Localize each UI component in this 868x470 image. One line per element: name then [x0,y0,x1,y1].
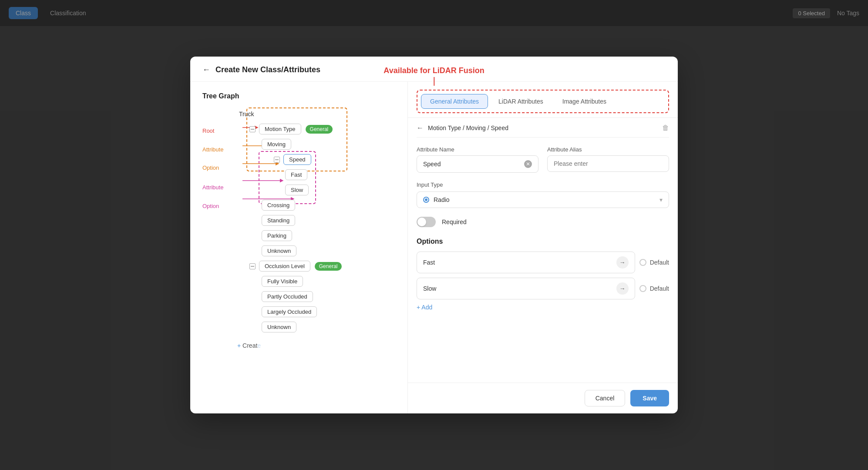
tree-node-crossing[interactable]: Crossing [262,200,395,211]
parking-label[interactable]: Parking [262,230,292,241]
option-row-fast: Fast → Default [417,252,669,273]
input-type-section: Input Type Radio ▾ [417,181,669,208]
tree-node-parking[interactable]: Parking [262,230,395,241]
partly-occluded-label[interactable]: Partly Occluded [262,291,313,302]
slow-label[interactable]: Slow [285,185,309,195]
slow-default-label: Default [650,285,669,292]
unknown2-label[interactable]: Unknown [262,322,296,332]
truck-label[interactable]: Truck [237,109,256,119]
form-area: Attribute Name ✕ Attribute Alias [408,138,678,383]
add-option-button[interactable]: + Add [417,304,669,311]
modal-footer: Cancel Save [408,383,678,413]
cancel-button[interactable]: Cancel [585,390,626,406]
clear-name-button[interactable]: ✕ [524,160,532,168]
radio-icon [423,197,429,203]
create-button[interactable]: + Create [237,339,395,352]
lidar-indicator [434,77,434,86]
modal-header: ← Create New Class/Attributes Available … [190,57,678,82]
option-fast-input[interactable]: Fast → [417,252,635,273]
slow-default-radio[interactable] [639,285,646,292]
tree-node-fully-visible[interactable]: Fully Visible [262,276,395,287]
left-panel: Tree Graph Root Attribute Option Attribu… [190,82,408,413]
fast-label[interactable]: Fast [285,169,307,180]
attribute-name-field: Attribute Name ✕ [417,146,538,173]
motion-type-badge: General [306,125,333,134]
tree-node-fast[interactable]: Fast [285,169,395,180]
option-slow-arrow[interactable]: → [616,282,629,295]
tree-container: Truck Motion Type General Moving [202,109,395,352]
modal-overlay: ← Create New Class/Attributes Available … [0,0,868,470]
tree-node-largely-occluded[interactable]: Largely Occluded [262,306,395,317]
attribute-name-input-wrapper[interactable]: ✕ [417,155,538,173]
option-slow-default[interactable]: Default [639,285,669,292]
required-label: Required [442,218,467,225]
tree-node-standing[interactable]: Standing [262,215,395,226]
attribute-alias-input-wrapper[interactable] [547,155,669,172]
occlusion-badge: General [315,262,342,271]
options-section: Options Fast → Default [417,238,669,311]
tree-node-motion-type[interactable]: Motion Type General [249,124,395,134]
attribute-name-label: Attribute Name [417,146,538,153]
input-type-value: Radio [434,196,450,203]
option-row-slow: Slow → Default [417,278,669,299]
tree-node-partly-occluded[interactable]: Partly Occluded [262,291,395,302]
occlusion-level-label[interactable]: Occlusion Level [259,261,310,272]
attribute-alias-label: Attribute Alias [547,146,669,153]
save-button[interactable]: Save [630,390,669,406]
breadcrumb-text: Motion Type / Moving / Speed [428,124,662,131]
speed-checkbox[interactable] [274,157,280,163]
breadcrumb-row: ← Motion Type / Moving / Speed 🗑 [408,118,678,132]
trash-icon[interactable]: 🗑 [662,124,669,132]
tab-image-attributes[interactable]: Image Attributes [554,94,615,109]
tree-node-unknown2[interactable]: Unknown [262,322,395,332]
option-fast-arrow[interactable]: → [616,256,629,269]
tree-graph-title: Tree Graph [202,92,395,100]
motion-type-checkbox[interactable] [249,126,256,132]
input-type-label: Input Type [417,181,669,188]
option-fast-default[interactable]: Default [639,259,669,266]
attribute-name-input[interactable] [423,161,524,168]
tab-general-attributes[interactable]: General Attributes [421,94,488,109]
tree-node-speed[interactable]: Speed [274,154,395,165]
attribute-alias-field: Attribute Alias [547,146,669,173]
fast-default-label: Default [650,259,669,266]
standing-label[interactable]: Standing [262,215,295,226]
back-button[interactable]: ← [202,65,210,74]
tree-node-truck[interactable]: Truck [237,109,395,119]
fully-visible-label[interactable]: Fully Visible [262,276,303,287]
chevron-down-icon: ▾ [659,196,663,203]
motion-type-label[interactable]: Motion Type [259,124,301,134]
largely-occluded-label[interactable]: Largely Occluded [262,306,317,317]
tabs-row: General Attributes LiDAR Attributes Imag… [421,94,665,109]
tree-node-moving[interactable]: Moving [262,139,395,150]
name-alias-row: Attribute Name ✕ Attribute Alias [417,146,669,173]
modal-dialog: ← Create New Class/Attributes Available … [190,57,678,413]
options-title: Options [417,238,669,245]
fast-default-radio[interactable] [639,259,646,266]
option-slow-input[interactable]: Slow → [417,278,635,299]
required-toggle[interactable] [417,217,436,227]
option-fast-label: Fast [423,259,435,266]
input-type-select[interactable]: Radio ▾ [417,191,669,208]
tree-node-occlusion-level[interactable]: Occlusion Level General [249,261,395,272]
modal-title: Create New Class/Attributes [215,65,320,74]
option-slow-label: Slow [423,285,436,292]
moving-label[interactable]: Moving [262,139,291,150]
tabs-area: General Attributes LiDAR Attributes Imag… [417,90,669,113]
tree-node-unknown1[interactable]: Unknown [262,245,395,256]
attribute-alias-input[interactable] [554,160,663,167]
modal-body: Tree Graph Root Attribute Option Attribu… [190,82,678,413]
speed-label[interactable]: Speed [283,154,311,165]
required-toggle-row: Required [417,217,669,227]
right-panel: General Attributes LiDAR Attributes Imag… [408,82,678,413]
occlusion-checkbox[interactable] [249,263,256,269]
breadcrumb-back-button[interactable]: ← [417,124,424,132]
tab-lidar-attributes[interactable]: LiDAR Attributes [490,94,552,109]
tree-node-slow[interactable]: Slow [285,185,395,195]
crossing-label[interactable]: Crossing [262,200,295,211]
unknown1-label[interactable]: Unknown [262,245,296,256]
